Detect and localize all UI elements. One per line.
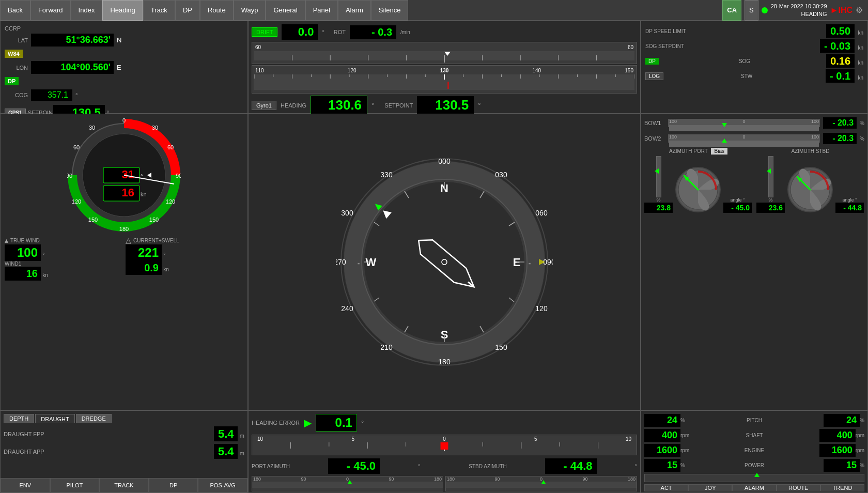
heading-label: HEADING <box>281 102 306 109</box>
lon-row: LON 104°00.560' E <box>5 61 243 74</box>
dp-speed-limit-value-wrap: 0.50 kn <box>826 25 863 37</box>
current-deg-value: 221 <box>126 244 162 261</box>
bow2-track <box>669 141 819 147</box>
dp-button-bot[interactable]: DP <box>149 478 198 492</box>
dp-button[interactable]: DP <box>175 0 200 21</box>
svg-text:0: 0 <box>122 118 126 124</box>
datetime-display: 28-Mar-2022 10:30:29 HEADING <box>771 3 827 18</box>
drift-value: 0.0 <box>282 24 318 40</box>
svg-text:150: 150 <box>495 343 507 351</box>
current-kn-row: 0.9 kn <box>126 261 243 275</box>
engine-right-unit: rpm <box>856 448 864 453</box>
drift-ticks <box>254 51 634 60</box>
env-button[interactable]: ENV <box>1 478 50 492</box>
heading-error-value: 0.1 <box>316 414 357 432</box>
stbd-az-dial <box>787 166 833 213</box>
s-button[interactable]: S <box>745 0 758 21</box>
azimuth-panel: BOW1 1000100 - 20.3 % BOW2 1000100 <box>641 114 868 410</box>
svg-text:000: 000 <box>438 157 451 165</box>
sog-unit: kn <box>858 60 863 66</box>
depth-tab[interactable]: DEPTH <box>4 414 34 423</box>
draught-app-value-wrap: 5.4 m <box>214 445 244 458</box>
power-label: POWER <box>685 463 824 468</box>
svg-rect-111 <box>441 442 448 450</box>
stbd-slider-track <box>768 156 773 197</box>
rot-label: ROT <box>334 29 346 35</box>
settings-icon[interactable]: ⚙ <box>856 5 863 15</box>
engine-slider-bar <box>644 474 864 482</box>
pitch-left-unit: % <box>680 418 685 423</box>
dp-speed-limit-unit: kn <box>858 30 863 36</box>
heading-error-unit: ° <box>361 419 364 427</box>
route-button-bot[interactable]: ROUTE <box>777 484 820 491</box>
stw-row: LOG STW - 0.1 kn <box>645 70 863 82</box>
alarm-button-bot[interactable]: ALARM <box>732 484 776 491</box>
current-kn-value: 0.9 <box>126 261 162 275</box>
draught-tab[interactable]: DRAUGHT <box>35 414 74 423</box>
track-button[interactable]: Track <box>143 0 175 21</box>
compass-scale-ticks <box>254 74 634 90</box>
bow2-unit: % <box>860 136 864 142</box>
heading-setpoint-label: SETPOINT <box>384 102 413 109</box>
compass-rose-svg: 000 030 060 090 120 150 180 210 240 270 … <box>336 153 553 371</box>
act-button[interactable]: ACT <box>644 484 688 491</box>
azimuth-section: AZIMUTH PORT Bias % 23.8 <box>644 148 864 213</box>
pos-avg-button[interactable]: POS-AVG <box>198 478 247 492</box>
svg-text:150: 150 <box>88 217 98 223</box>
gyro-badge: Gyro1 <box>252 101 276 110</box>
bow2-row: BOW2 1000100 - 20.3 % <box>644 133 864 144</box>
main-layout: CCRP LAT 51°36.663' N W84 LON 104°00.560… <box>0 21 868 493</box>
bow2-label: BOW2 <box>644 135 665 142</box>
svg-text:300: 300 <box>341 209 353 217</box>
track-button-bot[interactable]: TRACK <box>99 478 149 492</box>
true-wind-title: ▴ TRUE WIND <box>5 236 122 244</box>
bow1-unit: % <box>860 120 864 126</box>
top-right-area: CA S 28-Mar-2022 10:30:29 HEADING ►IHC ⚙ <box>722 0 868 21</box>
heading-button[interactable]: Heading <box>102 0 143 21</box>
dp-badge: DP <box>5 77 19 85</box>
back-button[interactable]: Back <box>0 0 30 21</box>
wind-panel: 0 30 60 90 120 150 180 150 120 90 60 30 … <box>0 114 248 410</box>
svg-text:16: 16 <box>122 186 134 199</box>
power-right-value: 15 <box>824 459 860 472</box>
wayp-button[interactable]: Wayp <box>234 0 266 21</box>
joy-button[interactable]: JOY <box>688 484 732 491</box>
drift-scale-top: 60 60 <box>252 42 637 64</box>
pilot-button[interactable]: PILOT <box>50 478 100 492</box>
compass-rose: 000 030 060 090 120 150 180 210 240 270 … <box>336 153 553 371</box>
stbd-angle-value: - 44.8 <box>835 203 864 213</box>
silence-button[interactable]: Silence <box>371 0 409 21</box>
svg-text:120: 120 <box>166 198 175 205</box>
bow2-slider: 1000100 <box>668 134 820 143</box>
bow1-track <box>669 125 819 131</box>
svg-text:kn: kn <box>141 191 147 197</box>
compass-scale: 110 120 130 140 150 <box>252 65 637 94</box>
trend-button[interactable]: TREND <box>820 484 864 491</box>
dp-speed-limit-value: 0.50 <box>826 24 855 38</box>
shaft-row: 400 rpm SHAFT 400 rpm <box>644 429 864 442</box>
route-button[interactable]: Route <box>200 0 234 21</box>
forward-button[interactable]: Forward <box>30 0 71 21</box>
current-block: △ CURRENT+SWELL 221 ° 0.9 kn <box>126 236 243 281</box>
wind-icon: ▴ <box>5 236 8 244</box>
svg-text:120: 120 <box>72 198 81 205</box>
stbd-pct-value: 23.6 <box>756 203 785 213</box>
shaft-right-unit: rpm <box>856 433 864 438</box>
current-title: △ CURRENT+SWELL <box>126 236 243 244</box>
sog-setpoint-row: SOG SETPOINT - 0.03 kn <box>645 40 863 52</box>
heading-error-label: HEADING ERROR <box>252 420 300 426</box>
ca-button[interactable]: CA <box>722 0 741 21</box>
general-button[interactable]: General <box>266 0 305 21</box>
azimuth-port-block: AZIMUTH PORT Bias % 23.8 <box>644 148 752 213</box>
lon-label: LON <box>5 65 28 71</box>
panel-button[interactable]: Panel <box>305 0 338 21</box>
wind-compass: 0 30 60 90 120 150 180 150 120 90 60 30 … <box>67 118 181 232</box>
alarm-button[interactable]: Alarm <box>338 0 371 21</box>
bow1-slider: 1000100 <box>668 119 820 127</box>
index-button[interactable]: Index <box>71 0 103 21</box>
engine-right-value: 1600 <box>819 444 856 457</box>
heading-bottom-row: Gyro1 HEADING 130.6 ° SETPOINT 130.5 ° <box>252 96 637 115</box>
dredge-tab[interactable]: DREDGE <box>76 414 112 423</box>
svg-text:-: - <box>529 259 531 268</box>
wind-deg-value: 100 <box>5 244 41 261</box>
